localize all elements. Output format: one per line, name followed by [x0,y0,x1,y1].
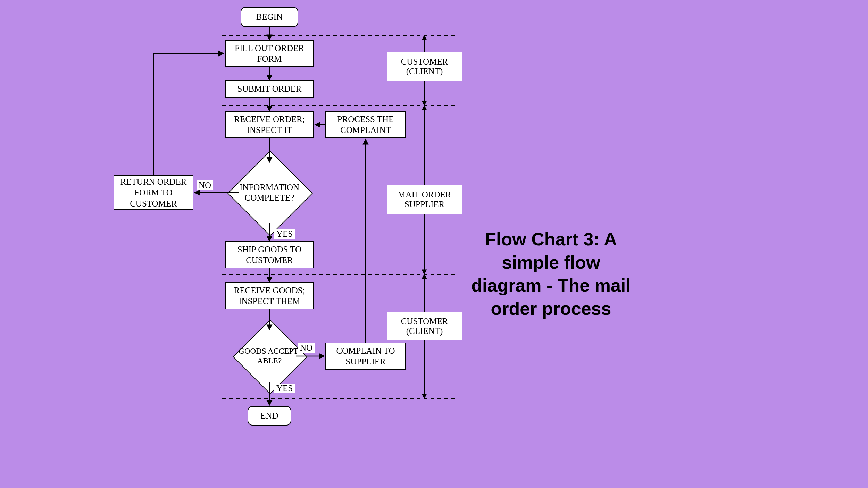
label-yes-1: YES [274,229,295,239]
lane-customer-top: CUSTOMER (CLIENT) [387,52,462,81]
node-fill-out: FILL OUT ORDER FORM [225,40,314,67]
lane-supplier: MAIL ORDER SUPPLIER [387,185,462,214]
node-return-form: RETURN ORDER FORM TO CUSTOMER [114,175,193,210]
node-info-complete [227,151,313,236]
node-submit: SUBMIT ORDER [225,80,314,98]
node-complain: COMPLAIN TO SUPPLIER [325,343,406,370]
node-receive-goods: RECEIVE GOODS; INSPECT THEM [225,282,314,309]
label-no-1: NO [197,180,213,190]
node-begin: BEGIN [241,7,298,27]
label-no-2: NO [298,343,315,353]
node-ship-goods: SHIP GOODS TO CUSTOMER [225,241,314,268]
label-yes-2: YES [274,384,295,393]
node-end: END [248,406,291,426]
node-goods-acceptable [233,320,308,394]
figure-caption: Flow Chart 3: A simple flow diagram - Th… [466,228,636,320]
node-process-complaint: PROCESS THE COMPLAINT [325,111,406,138]
lane-customer-bottom: CUSTOMER (CLIENT) [387,312,462,340]
node-receive-order: RECEIVE ORDER; INSPECT IT [225,111,314,138]
